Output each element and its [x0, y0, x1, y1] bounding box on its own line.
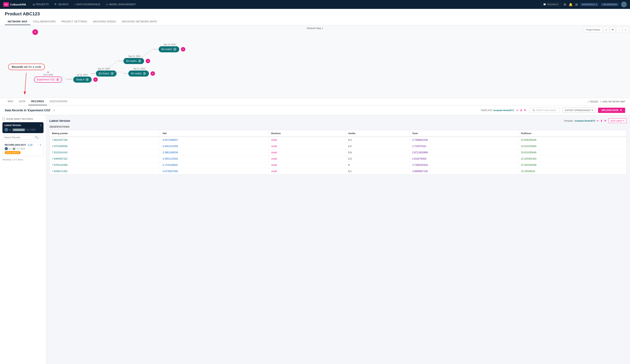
- connector-b2n1-left: [118, 61, 122, 61]
- export-spreadsheet-button[interactable]: EXPORT SPREADSHEET ▾: [562, 108, 596, 113]
- node-pill-b1-node2[interactable]: B1-node2 ℹ: [128, 70, 149, 77]
- add-node-top[interactable]: +: [32, 29, 38, 35]
- node-pill-b1-node1[interactable]: B1-node1 ℹ: [96, 70, 116, 77]
- zoom-out-icon[interactable]: −: [616, 27, 622, 32]
- record-id: RECORD-2024-5473: [5, 144, 26, 146]
- svg-line-0: [25, 73, 26, 94]
- nav-model-management[interactable]: fw MODEL MANAGEMENT: [104, 2, 138, 7]
- tab-collaborators[interactable]: COLLABORATORS: [30, 18, 59, 25]
- node-date-b2n2: Sep 13, 2024: [154, 43, 185, 46]
- search-records-row: 🔍 ↑: [2, 135, 44, 140]
- template-edit-icon[interactable]: ✏: [516, 109, 519, 112]
- drop-zone[interactable]: 📎 DROP FILES HERE: [529, 107, 560, 113]
- add-after-study-a[interactable]: +: [93, 77, 98, 82]
- expand-records-icon[interactable]: ⤢: [53, 109, 56, 112]
- node-pill-experiment-co2[interactable]: Experiment CO2 ℹ: [34, 77, 62, 83]
- hide-map-icon: ⤡: [600, 100, 602, 103]
- add-after-b2n2[interactable]: +: [181, 47, 185, 51]
- add-after-b2n1[interactable]: +: [146, 59, 150, 63]
- show-draft-checkbox[interactable]: SHOW DRAFT RECORDS: [2, 118, 44, 120]
- node-date-experiment: Jul 8, 2024: [34, 74, 62, 76]
- show-draft-input[interactable]: [2, 118, 5, 120]
- settings-icon[interactable]: ⚙: [564, 3, 566, 6]
- table-cell-row4-col4: 2.7208763326: [410, 162, 518, 168]
- table-cell-row1-col0: 7.8752493558: [50, 143, 160, 150]
- table-cell-row1-col2: small: [269, 143, 346, 150]
- tab-records[interactable]: RECORDS: [28, 98, 47, 105]
- zoom-in-icon[interactable]: +: [623, 27, 628, 32]
- feedback-icon: 💬: [543, 3, 546, 6]
- observations-label: OBSERVATIONS: [49, 125, 627, 128]
- table-cell-row4-col2: small: [269, 162, 346, 168]
- record-avatar: 👤: [5, 147, 8, 150]
- lvc-info-icon: ℹ: [40, 124, 42, 127]
- template-download-icon[interactable]: ⬇: [520, 109, 522, 112]
- right-panel: Latest Version Template: template-Node20…: [46, 115, 630, 364]
- badge-link-icon: 🔗: [30, 144, 32, 146]
- expand-icon[interactable]: ⤢: [603, 27, 609, 32]
- node-pill-b2-node1[interactable]: B2-node1 ℹ: [124, 58, 144, 64]
- rp-template-view-icon[interactable]: 👁: [604, 119, 607, 122]
- b1n1-info-icon: ℹ: [110, 72, 114, 75]
- upload-data-button[interactable]: UPLOAD DATA ⬆: [598, 108, 625, 113]
- search-records-input[interactable]: [2, 135, 34, 140]
- left-panel: SHOW DRAFT RECORDS Latest Version ℹ 👤 by…: [0, 115, 46, 364]
- table-cell-row1-col5: 23.010225693: [518, 143, 626, 150]
- logo-text: CoBaseKRM: [10, 3, 26, 6]
- add-after-b1n2[interactable]: +: [150, 71, 155, 76]
- notifications-icon[interactable]: 🔔: [569, 3, 573, 6]
- resize-button[interactable]: ⤢ RESIZE: [588, 100, 598, 103]
- tab-archived-network-maps[interactable]: ARCHIVED NETWORK MAPS: [119, 18, 160, 25]
- grid-icon[interactable]: ⊞: [575, 3, 578, 6]
- edit-data-button[interactable]: EDIT DATA ✏: [608, 118, 627, 123]
- latest-version-header: Latest Version Template: template-Node20…: [49, 118, 627, 123]
- add-circle-top-icon[interactable]: +: [32, 29, 38, 35]
- rp-template-download-icon[interactable]: ⬇: [600, 119, 603, 122]
- nav-data-governance[interactable]: ≡ DATA GOVERNANCE: [72, 2, 102, 7]
- tab-network-map[interactable]: NETWORK MAP: [5, 18, 30, 25]
- node-pill-b2-node2[interactable]: B2-node2 ℹ: [158, 46, 179, 52]
- record-tag[interactable]: Study group A: [5, 151, 21, 154]
- top-navigation: Co CoBaseKRM ▦ PROJECTS 🔍 SEARCH ≡ DATA …: [0, 0, 630, 9]
- tab-archived-nodes[interactable]: ARCHIVED NODES: [90, 18, 119, 25]
- rp-template-label: Template: template-Node2073: [564, 120, 595, 122]
- nav-search[interactable]: 🔍 SEARCH: [52, 2, 70, 7]
- lab-manager-selector[interactable]: LAB MANAGER: [601, 3, 619, 6]
- col-baking-powder: Baking powder: [50, 130, 160, 137]
- sort-records-button[interactable]: ↑: [40, 135, 44, 140]
- page-header: Product ABC123 NETWORK MAP COLLABORATORS…: [0, 9, 630, 25]
- hide-map-button[interactable]: ⤡ HIDE NETWORK MAP: [600, 100, 625, 103]
- tab-discussions[interactable]: DISCUSSIONS: [47, 98, 70, 105]
- table-cell-row1-col4: 2.722973101: [410, 143, 518, 150]
- table-row: 7.88130273364.0072468457small5.22.730840…: [50, 137, 626, 143]
- network-canvas: Network Map 1 + Jul 8, 2024 ▼ Experiment…: [0, 25, 630, 98]
- template-view-icon[interactable]: 👁: [524, 109, 526, 112]
- eye-icon[interactable]: 👁: [610, 27, 616, 32]
- connector-b2n2-left: [154, 49, 158, 49]
- node-pill-study-a[interactable]: Study A ℹ: [73, 77, 92, 83]
- col-fluffiness: Fluffiness: [518, 130, 626, 137]
- table-cell-row1-col1: 3.9401431955: [160, 143, 269, 150]
- tab-wiki[interactable]: WIKI: [5, 98, 16, 105]
- table-row: 7.84845673223.3652125281small5.32.615276…: [50, 156, 626, 162]
- data-records-title: Data Records In 'Experiment CO2': [5, 109, 50, 112]
- feedback-button[interactable]: 💬 FEEDBACK: [541, 2, 561, 7]
- tab-data[interactable]: DATA: [16, 98, 28, 105]
- rp-template-edit-icon[interactable]: ✏: [596, 119, 599, 122]
- record-info-icon[interactable]: ℹ: [40, 143, 41, 146]
- record-link-icon[interactable]: →: [37, 143, 40, 146]
- workspace-selector[interactable]: WORKSPACE ▾: [580, 3, 598, 6]
- project-history-button[interactable]: Project history: [584, 27, 602, 32]
- table-cell-row0-col5: 22.836339185: [518, 137, 626, 143]
- nav-projects[interactable]: ▦ PROJECTS: [31, 2, 51, 7]
- search-records-button[interactable]: 🔍: [35, 135, 39, 140]
- right-panel-lv-title: Latest Version: [49, 119, 70, 122]
- record-meta: 👤 by █ 8.7.2024: [5, 147, 41, 150]
- record-user-bar: █: [12, 148, 16, 150]
- app-logo[interactable]: Co CoBaseKRM: [3, 2, 26, 7]
- user-avatar[interactable]: 👤: [621, 1, 627, 7]
- table-cell-row0-col0: 7.8813027336: [50, 137, 160, 143]
- table-cell-row5-col2: small: [269, 168, 346, 175]
- lvc-meta: 👤 by ████████ 12.7.2024: [4, 128, 42, 132]
- tab-project-settings[interactable]: PROJECT SETTINGS: [59, 18, 90, 25]
